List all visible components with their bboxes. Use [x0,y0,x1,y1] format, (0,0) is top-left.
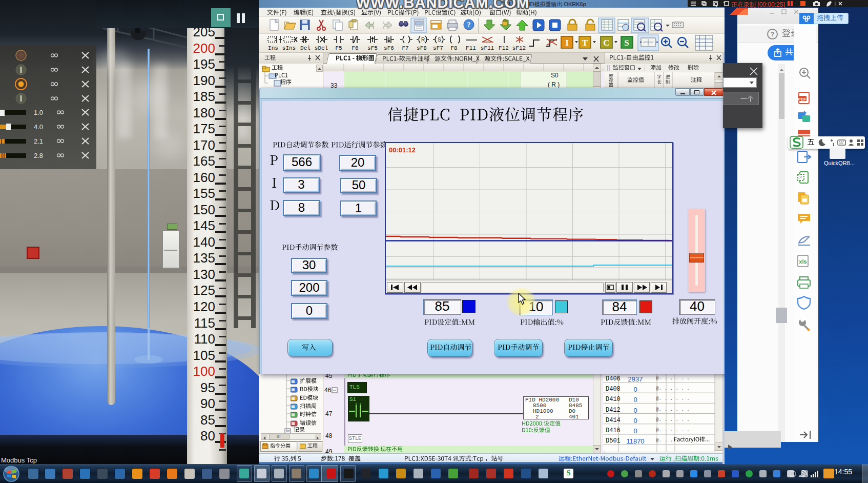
svg-text:I: I [565,38,569,48]
svg-text:T: T [582,38,588,48]
svg-text:F8: F8 [450,45,457,51]
svg-text:sIns: sIns [282,45,296,51]
svg-text:sF12: sF12 [512,45,526,51]
svg-text:F12: F12 [499,45,509,51]
svg-text:F7: F7 [402,45,408,51]
svg-text:sF11: sF11 [481,45,494,51]
svg-text:?: ? [467,21,471,29]
svg-text:S: S [624,38,629,48]
svg-text:R: R [421,37,425,43]
svg-text:PDF: PDF [798,97,807,102]
svg-text:F11: F11 [466,45,476,51]
svg-text:xls: xls [799,258,807,265]
svg-text:?: ? [771,30,775,38]
svg-text:sDel: sDel [315,45,328,51]
svg-text:F6: F6 [352,45,358,51]
svg-text:sF5: sF5 [367,45,378,51]
svg-text:Ins: Ins [268,45,278,51]
svg-text:sF7: sF7 [433,45,443,51]
svg-text:sF8: sF8 [417,45,427,51]
svg-text:F5: F5 [335,45,342,51]
svg-text:S: S [438,37,441,43]
svg-text:C: C [603,38,609,48]
svg-text:Del: Del [300,45,311,51]
svg-text:sF6: sF6 [384,45,394,51]
